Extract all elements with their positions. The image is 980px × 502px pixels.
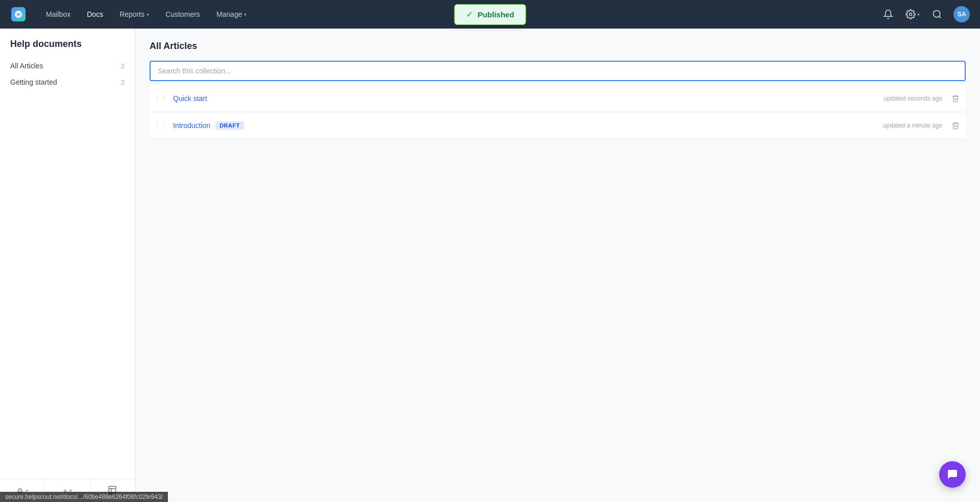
nav-item-customers[interactable]: Customers — [158, 6, 207, 22]
article-updated-time: updated a minute ago — [883, 122, 942, 129]
app-logo[interactable] — [10, 6, 27, 22]
article-left: ⋮⋮ Introduction DRAFT — [154, 121, 244, 130]
table-row[interactable]: ⋮⋮ Introduction DRAFT updated a minute a… — [150, 112, 966, 139]
sidebar-item-all-articles[interactable]: All Articles 2 — [0, 58, 135, 74]
article-right: updated seconds ago — [884, 92, 962, 105]
nav-item-mailbox[interactable]: Mailbox — [39, 6, 78, 22]
toast-check-icon: ✓ — [466, 10, 473, 19]
article-updated-time: updated seconds ago — [884, 95, 942, 102]
status-bar: secure.helpscout.net/docs/.../60be488e62… — [0, 492, 168, 502]
reports-chevron-icon: ▾ — [146, 12, 149, 17]
app-body: Help documents All Articles 2 Getting st… — [0, 29, 980, 502]
search-input[interactable] — [150, 61, 966, 81]
svg-point-2 — [934, 11, 940, 17]
svg-point-0 — [16, 12, 20, 16]
toast-message: Published — [478, 10, 514, 19]
search-button[interactable] — [929, 6, 945, 22]
main-content: All Articles ⋮⋮ Quick start updated seco… — [135, 29, 980, 502]
main-nav: Mailbox Docs Reports ▾ Customers Manage … — [39, 6, 254, 22]
drag-handle-icon: ⋮⋮ — [154, 94, 168, 103]
published-toast: ✓ Published — [454, 4, 526, 25]
status-url: secure.helpscout.net/docs/.../60be488e62… — [5, 493, 163, 500]
drag-handle-icon: ⋮⋮ — [154, 121, 168, 130]
sidebar-item-label: All Articles — [10, 62, 43, 70]
article-title[interactable]: Quick start — [173, 94, 207, 103]
sidebar: Help documents All Articles 2 Getting st… — [0, 29, 135, 502]
article-left: ⋮⋮ Quick start — [154, 94, 207, 103]
sidebar-item-label: Getting started — [10, 78, 57, 86]
table-row[interactable]: ⋮⋮ Quick start updated seconds ago — [150, 85, 966, 112]
nav-right-actions: ▾ SA — [880, 6, 970, 22]
notifications-button[interactable] — [880, 6, 896, 22]
sidebar-item-getting-started[interactable]: Getting started 2 — [0, 74, 135, 90]
article-right: updated a minute ago — [883, 119, 962, 132]
nav-item-manage[interactable]: Manage ▾ — [209, 6, 254, 22]
delete-article-button[interactable] — [949, 92, 962, 105]
toast-container: ✓ Published — [454, 4, 526, 25]
sidebar-item-count: 2 — [121, 62, 125, 70]
sidebar-item-count: 2 — [121, 79, 125, 86]
svg-line-3 — [939, 16, 941, 18]
nav-item-docs[interactable]: Docs — [80, 6, 110, 22]
avatar[interactable]: SA — [953, 6, 970, 22]
delete-article-button[interactable] — [949, 119, 962, 132]
nav-item-reports[interactable]: Reports ▾ — [112, 6, 156, 22]
svg-point-1 — [910, 13, 912, 16]
manage-chevron-icon: ▾ — [244, 12, 247, 17]
articles-list: ⋮⋮ Quick start updated seconds ago — [150, 85, 966, 139]
settings-button[interactable]: ▾ — [904, 6, 921, 22]
sidebar-title: Help documents — [0, 29, 135, 58]
sidebar-nav: All Articles 2 Getting started 2 — [0, 58, 135, 479]
chat-bubble-button[interactable] — [939, 461, 966, 488]
page-title: All Articles — [150, 41, 966, 52]
draft-badge: DRAFT — [215, 121, 244, 130]
settings-chevron-icon: ▾ — [917, 12, 920, 17]
article-title[interactable]: Introduction — [173, 121, 210, 130]
